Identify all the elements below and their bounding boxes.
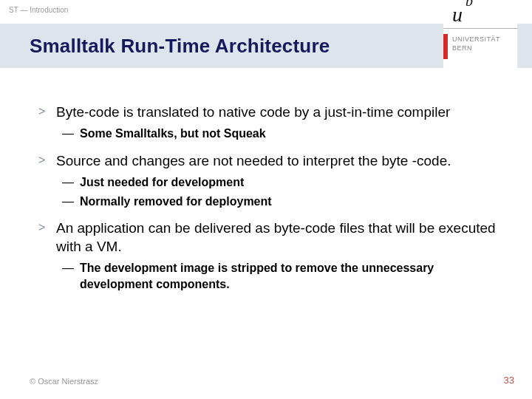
bullet-3: An application can be delivered as byte-… <box>38 219 497 256</box>
logo-b-glyph: b <box>466 0 473 10</box>
bullet-2-sub-1: Just needed for development <box>38 174 497 191</box>
university-logo: u b UNIVERSITÄT BERN <box>443 3 517 71</box>
content-body: Byte-code is translated to native code b… <box>38 103 497 302</box>
footer-page-number: 33 <box>504 375 514 386</box>
bullet-3-sub-1: The development image is stripped to rem… <box>38 260 497 292</box>
logo-red-bar <box>443 34 448 59</box>
logo-text-bern: BERN <box>452 44 472 52</box>
logo-divider <box>443 28 517 29</box>
bullet-2-sub-2: Normally removed for deployment <box>38 194 497 210</box>
breadcrumb: ST — Introduction <box>9 6 68 14</box>
bullet-2: Source and changes are not needed to int… <box>38 152 497 170</box>
bullet-1-sub-1: Some Smalltalks, but not Squeak <box>38 126 497 142</box>
bullet-1: Byte-code is translated to native code b… <box>38 103 497 121</box>
slide: ST — Introduction Smalltalk Run-Time Arc… <box>0 0 532 399</box>
page-title: Smalltalk Run-Time Architecture <box>0 35 330 58</box>
footer-copyright: © Oscar Nierstrasz <box>30 377 98 386</box>
logo-u-glyph: u <box>452 3 463 27</box>
logo-text-universitat: UNIVERSITÄT <box>452 35 500 43</box>
